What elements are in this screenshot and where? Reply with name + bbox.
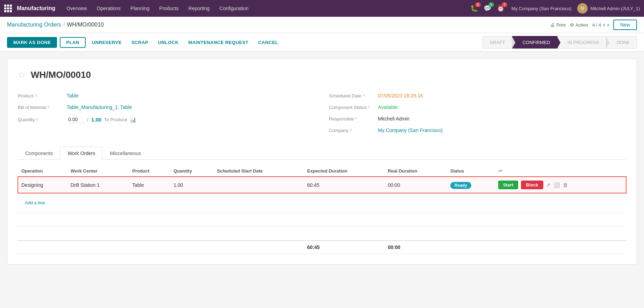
unreserve-button[interactable]: UNRESERVE: [88, 37, 125, 48]
row-status: Ready: [447, 177, 495, 193]
bom-value[interactable]: Table_Manufacturing_1: Table: [67, 104, 132, 110]
tab-components[interactable]: Components: [18, 147, 60, 160]
col-operation: Operation: [18, 165, 67, 177]
row-expected-duration: 60:45: [304, 177, 385, 193]
cancel-button[interactable]: CANCEL: [255, 37, 282, 48]
col-expected-duration: Expected Duration: [304, 165, 385, 177]
mark-as-done-button[interactable]: MARK AS DONE: [7, 37, 57, 48]
page-navigation: 4 / 4 ‹ ›: [592, 22, 609, 28]
tablet-icon[interactable]: ⬜: [553, 182, 560, 188]
breadcrumb-current: WH/MO/00010: [67, 22, 104, 28]
col-work-center: Work Center: [67, 165, 129, 177]
tab-work-orders[interactable]: Work Orders: [60, 147, 102, 160]
row-work-center: Drill Station 1: [67, 177, 129, 193]
scheduled-date-label: Scheduled Date ?: [329, 93, 374, 98]
quantity-label: Quantity ?: [18, 117, 63, 122]
start-button[interactable]: Start: [498, 181, 518, 189]
nav-item-operations[interactable]: Operations: [93, 3, 125, 13]
status-draft[interactable]: DRAFT: [482, 36, 512, 49]
component-status-label: Component Status ?: [329, 105, 374, 110]
field-component-status: Component Status ? Available: [329, 102, 626, 113]
product-value[interactable]: Table: [67, 93, 78, 98]
row-scheduled-start: [214, 177, 304, 193]
quantity-input[interactable]: [67, 116, 84, 123]
tab-miscellaneous[interactable]: Miscellaneous: [102, 147, 148, 160]
print-button[interactable]: 🖨 Print: [550, 22, 566, 28]
total-expected-duration: 60:45: [304, 241, 385, 254]
prev-page-button[interactable]: ‹: [603, 22, 605, 28]
nav-item-planning[interactable]: Planning: [126, 3, 154, 13]
favorite-star-icon[interactable]: ☆: [18, 69, 26, 80]
breadcrumb-bar: Manufacturing Orders / WH/MO/00010 🖨 Pri…: [0, 17, 644, 33]
nav-item-configuration[interactable]: Configuration: [215, 3, 253, 13]
forecast-chart-icon[interactable]: 📊: [130, 117, 136, 123]
component-status-value: Available: [378, 104, 398, 110]
responsible-value[interactable]: Mitchell Admin: [378, 116, 409, 122]
company-label: Company ?: [329, 128, 374, 133]
new-button[interactable]: New: [613, 20, 637, 30]
status-in-progress[interactable]: IN PROGRESS: [557, 36, 606, 49]
chat-icon-btn[interactable]: 💬 5: [482, 3, 493, 14]
main-content: ☆ WH/MO/00010 Product ? Table Bill of Ma…: [0, 52, 644, 272]
nav-item-products[interactable]: Products: [155, 3, 183, 13]
form-title-row: ☆ WH/MO/00010: [18, 69, 626, 80]
bom-label: Bill of Material ?: [18, 105, 63, 110]
scheduled-date-value[interactable]: 07/05/2023 16:29:16: [378, 93, 423, 98]
field-quantity: Quantity ? / 1.00 To Produce 📊: [18, 113, 315, 126]
quantity-target: 1.00: [91, 117, 101, 123]
breadcrumb: Manufacturing Orders / WH/MO/00010: [7, 22, 104, 28]
top-navigation: Manufacturing Overview Operations Planni…: [0, 0, 644, 17]
clock-badge: 7: [502, 2, 507, 7]
breadcrumb-parent[interactable]: Manufacturing Orders: [7, 22, 61, 28]
plan-button[interactable]: PLAN: [60, 37, 85, 48]
row-product: Table: [129, 177, 170, 193]
field-responsible: Responsible ? Mitchell Admin: [329, 113, 626, 125]
print-icon: 🖨: [550, 22, 555, 28]
field-bom: Bill of Material ? Table_Manufacturing_1…: [18, 102, 315, 113]
responsible-label: Responsible ?: [329, 116, 374, 122]
scrap-button[interactable]: SCRAP: [128, 37, 152, 48]
status-confirmed[interactable]: CONFIRMED: [512, 36, 557, 49]
total-row: 60:45 00:00: [18, 241, 626, 254]
nav-item-reporting[interactable]: Reporting: [184, 3, 214, 13]
add-line-button[interactable]: Add a line: [21, 197, 49, 209]
form-fields: Product ? Table Bill of Material ? Table…: [18, 90, 626, 136]
row-operation: Designing: [18, 177, 67, 193]
chat-badge: 5: [488, 2, 494, 7]
app-name[interactable]: Manufacturing: [17, 5, 55, 12]
user-name[interactable]: Mitchell Admin (JULY_1): [591, 6, 640, 11]
col-product: Product: [129, 165, 170, 177]
action-buttons: MARK AS DONE PLAN UNRESERVE SCRAP UNLOCK…: [7, 37, 282, 48]
next-page-button[interactable]: ›: [607, 22, 609, 28]
unlock-button[interactable]: UNLOCK: [155, 37, 182, 48]
app-grid-icon[interactable]: [4, 5, 12, 12]
row-actions: Start Block ↗ ⬜ 🗑: [498, 181, 623, 189]
total-real-duration: 00:00: [384, 241, 447, 254]
nav-item-overview[interactable]: Overview: [62, 3, 91, 13]
sort-icon[interactable]: ⇌: [498, 168, 502, 174]
clock-icon-btn[interactable]: ⏰ 7: [495, 3, 506, 14]
row-quantity: 1.00: [170, 177, 213, 193]
col-quantity: Quantity: [170, 165, 213, 177]
fields-right: Scheduled Date ? 07/05/2023 16:29:16 Com…: [329, 90, 626, 136]
company-value[interactable]: My Company (San Francisco): [378, 127, 443, 133]
col-scheduled-start: Scheduled Start Date: [214, 165, 304, 177]
action-button[interactable]: ⚙ Action: [570, 22, 588, 28]
col-real-duration: Real Duration: [384, 165, 447, 177]
work-orders-table: Operation Work Center Product Quantity S…: [18, 165, 626, 254]
breadcrumb-actions: 🖨 Print ⚙ Action 4 / 4 ‹ › New: [550, 20, 637, 30]
form-card: ☆ WH/MO/00010 Product ? Table Bill of Ma…: [7, 59, 637, 265]
external-link-icon[interactable]: ↗: [546, 182, 551, 188]
action-bar: MARK AS DONE PLAN UNRESERVE SCRAP UNLOCK…: [0, 33, 644, 52]
maintenance-request-button[interactable]: MAINTENANCE REQUEST: [185, 37, 252, 48]
status-badge-ready: Ready: [450, 182, 471, 189]
row-action-buttons: Start Block ↗ ⬜ 🗑: [495, 177, 626, 193]
status-done[interactable]: DONE: [606, 36, 637, 49]
bug-icon-btn[interactable]: 🐛 5: [469, 3, 479, 14]
gear-icon: ⚙: [570, 22, 574, 28]
field-product: Product ? Table: [18, 90, 315, 102]
block-button[interactable]: Block: [521, 181, 543, 189]
fields-left: Product ? Table Bill of Material ? Table…: [18, 90, 315, 136]
user-avatar[interactable]: M: [577, 3, 588, 14]
delete-icon[interactable]: 🗑: [563, 182, 568, 188]
